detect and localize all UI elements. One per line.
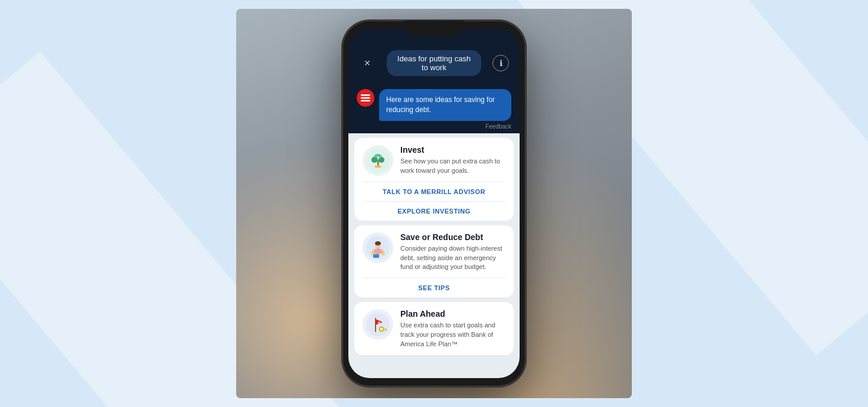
svg-rect-2 bbox=[361, 100, 370, 102]
screen-header: × Ideas for putting cash to work ℹ bbox=[348, 29, 520, 83]
plan-card: ★ Plan Ahead Use extra cash t bbox=[354, 302, 514, 355]
chat-message-row: Here are some ideas for saving for reduc… bbox=[357, 89, 511, 121]
debt-card-text: Save or Reduce Debt Consider paying down… bbox=[400, 232, 505, 273]
phone-notch bbox=[404, 21, 464, 36]
plan-icon-circle: ★ bbox=[363, 309, 393, 340]
svg-point-15 bbox=[375, 241, 381, 245]
debt-card-desc: Consider paying down high-interest debt,… bbox=[400, 244, 505, 273]
close-icon: × bbox=[364, 57, 371, 70]
plan-card-title: Plan Ahead bbox=[400, 309, 505, 319]
invest-card-text: Invest See how you can put extra cash to… bbox=[400, 145, 505, 176]
feedback-row: Feedback bbox=[357, 121, 511, 133]
svg-rect-23 bbox=[373, 255, 379, 257]
svg-rect-30 bbox=[385, 330, 386, 331]
svg-point-5 bbox=[374, 165, 381, 168]
plan-icon: ★ bbox=[366, 313, 390, 336]
invest-icon-circle: $ bbox=[363, 145, 393, 176]
chat-area: Here are some ideas for saving for reduc… bbox=[348, 83, 520, 133]
cards-area: $ Invest See how you can put extra cash … bbox=[348, 133, 520, 378]
talk-advisor-button[interactable]: TALK TO A MERRILL ADVISOR bbox=[354, 182, 514, 201]
phone-screen: × Ideas for putting cash to work ℹ bbox=[348, 29, 520, 378]
debt-icon: $ $ bbox=[366, 236, 390, 260]
invest-card-body: $ Invest See how you can put extra cash … bbox=[354, 138, 514, 182]
debt-icon-circle: $ $ bbox=[363, 232, 393, 263]
invest-icon: $ bbox=[366, 149, 390, 172]
feedback-label[interactable]: Feedback bbox=[485, 123, 511, 130]
invest-card: $ Invest See how you can put extra cash … bbox=[354, 138, 514, 221]
svg-text:★: ★ bbox=[377, 321, 380, 324]
debt-card-body: $ $ Save or Reduce Debt Consider paying … bbox=[354, 225, 514, 278]
debt-card: $ $ Save or Reduce Debt Consider paying … bbox=[354, 225, 514, 298]
photo-background: × Ideas for putting cash to work ℹ bbox=[236, 9, 632, 398]
plan-card-text: Plan Ahead Use extra cash to start goals… bbox=[400, 309, 505, 349]
bot-avatar-icon bbox=[361, 94, 370, 101]
svg-point-24 bbox=[366, 313, 390, 336]
plan-card-body: ★ Plan Ahead Use extra cash t bbox=[354, 302, 514, 355]
svg-text:$: $ bbox=[377, 156, 380, 160]
close-button[interactable]: × bbox=[359, 55, 376, 71]
explore-investing-button[interactable]: EXPLORE INVESTING bbox=[354, 202, 514, 221]
svg-point-32 bbox=[380, 328, 383, 330]
svg-rect-31 bbox=[386, 330, 387, 331]
invest-card-title: Invest bbox=[400, 145, 505, 155]
svg-rect-29 bbox=[383, 329, 387, 330]
chat-bubble: Here are some ideas for saving for reduc… bbox=[379, 89, 511, 121]
plan-card-desc: Use extra cash to start goals and track … bbox=[400, 321, 505, 349]
phone-device: × Ideas for putting cash to work ℹ bbox=[342, 21, 526, 386]
debt-card-title: Save or Reduce Debt bbox=[400, 232, 505, 242]
svg-rect-1 bbox=[361, 97, 370, 99]
bot-avatar bbox=[357, 89, 374, 107]
see-tips-button[interactable]: SEE TIPS bbox=[354, 278, 514, 297]
info-icon: ℹ bbox=[500, 58, 502, 68]
invest-card-desc: See how you can put extra cash to work t… bbox=[400, 157, 505, 176]
svg-rect-0 bbox=[361, 94, 370, 96]
info-button[interactable]: ℹ bbox=[492, 55, 509, 71]
header-title: Ideas for putting cash to work bbox=[387, 50, 481, 76]
svg-point-13 bbox=[374, 248, 382, 254]
